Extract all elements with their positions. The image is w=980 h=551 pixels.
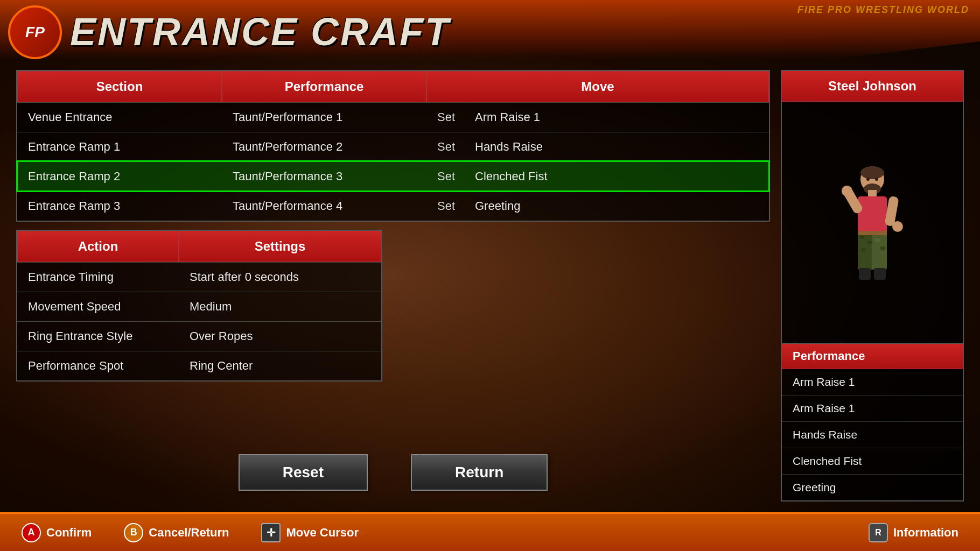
- bottom-bar: A Confirm B Cancel/Return ✛ Move Cursor …: [0, 512, 980, 551]
- character-panel: Steel Johnson: [781, 70, 964, 344]
- move-name-label: Hands Raise: [475, 140, 543, 154]
- entrance-table-header: Section Performance Move: [17, 71, 769, 102]
- r-button-icon: R: [869, 523, 888, 542]
- action-cell: Movement Speed: [17, 292, 179, 321]
- move-list-item[interactable]: Greeting: [782, 475, 963, 500]
- move-cell: Set Greeting: [426, 192, 769, 221]
- svg-point-2: [866, 178, 870, 181]
- wrestler-sprite: [837, 163, 907, 281]
- action-cell: Performance Spot: [17, 351, 179, 380]
- settings-row[interactable]: Movement Speed Medium: [17, 292, 381, 321]
- move-name-label: Clenched Fist: [475, 169, 548, 183]
- section-cell: Venue Entrance: [17, 103, 222, 132]
- section-cell: Entrance Ramp 1: [17, 132, 222, 161]
- table-row[interactable]: Entrance Ramp 1 Taunt/Performance 2 Set …: [17, 132, 769, 161]
- settings-row[interactable]: Entrance Timing Start after 0 seconds: [17, 262, 381, 292]
- move-cursor-label: Move Cursor: [286, 526, 358, 540]
- move-list-header: Performance: [782, 344, 963, 369]
- table-row[interactable]: Entrance Ramp 3 Taunt/Performance 4 Set …: [17, 191, 769, 221]
- move-cell: Set Clenched Fist: [426, 162, 769, 191]
- settings-table-header: Action Settings: [17, 231, 381, 262]
- a-button-icon: A: [22, 523, 41, 542]
- svg-rect-5: [868, 190, 877, 196]
- logo: FP: [8, 5, 62, 59]
- character-sprite-area: [782, 102, 963, 343]
- confirm-control: A Confirm: [22, 523, 92, 542]
- setting-cell: Start after 0 seconds: [179, 263, 381, 292]
- move-list-item[interactable]: Arm Raise 1: [782, 369, 963, 395]
- character-name: Steel Johnson: [782, 71, 963, 102]
- move-set-label: Set: [437, 199, 464, 213]
- setting-cell: Ring Center: [179, 351, 381, 380]
- move-cursor-control: ✛ Move Cursor: [261, 523, 358, 542]
- svg-rect-19: [859, 268, 871, 280]
- action-cell: Entrance Timing: [17, 263, 179, 292]
- settings-row[interactable]: Ring Entrance Style Over Ropes: [17, 321, 381, 351]
- settings-table: Action Settings Entrance Timing Start af…: [16, 230, 382, 382]
- col-move: Move: [426, 71, 769, 102]
- move-cell: Set Arm Raise 1: [426, 103, 769, 132]
- setting-cell: Medium: [179, 292, 381, 321]
- action-cell: Ring Entrance Style: [17, 322, 179, 351]
- svg-point-1: [860, 166, 884, 179]
- move-list-item[interactable]: Clenched Fist: [782, 448, 963, 475]
- section-cell: Entrance Ramp 2: [17, 162, 222, 191]
- header: FP ENTRANCE CRAFT FIRE PRO WRESTLING WOR…: [0, 0, 980, 59]
- settings-col-settings: Settings: [179, 231, 381, 262]
- svg-rect-16: [875, 238, 880, 242]
- move-set-label: Set: [437, 110, 464, 124]
- performance-cell: Taunt/Performance 1: [222, 103, 426, 132]
- settings-col-action: Action: [17, 231, 179, 262]
- return-button[interactable]: Return: [411, 454, 548, 491]
- move-list-item[interactable]: Hands Raise: [782, 422, 963, 448]
- svg-rect-13: [860, 236, 864, 239]
- move-list-panel: Performance Arm Raise 1 Arm Raise 1 Hand…: [781, 344, 964, 501]
- move-name-label: Arm Raise 1: [475, 110, 540, 124]
- col-section: Section: [17, 71, 222, 102]
- svg-rect-20: [874, 268, 886, 280]
- svg-point-3: [875, 178, 878, 181]
- entrance-table: Section Performance Move Venue Entrance …: [16, 70, 770, 222]
- dpad-icon: ✛: [261, 523, 281, 542]
- page-title: ENTRANCE CRAFT: [70, 10, 450, 54]
- setting-cell: Over Ropes: [179, 322, 381, 351]
- table-row[interactable]: Venue Entrance Taunt/Performance 1 Set A…: [17, 102, 769, 132]
- svg-rect-17: [880, 246, 885, 250]
- move-list-item[interactable]: Arm Raise 1: [782, 395, 963, 422]
- cancel-control: B Cancel/Return: [124, 523, 229, 542]
- game-brand: FIRE PRO WRESTLING WORLD: [797, 4, 969, 16]
- performance-cell: Taunt/Performance 4: [222, 192, 426, 221]
- settings-row[interactable]: Performance Spot Ring Center: [17, 351, 381, 380]
- info-label: Information: [893, 526, 958, 540]
- move-set-label: Set: [437, 140, 464, 154]
- svg-rect-18: [858, 231, 887, 235]
- b-button-icon: B: [124, 523, 143, 542]
- move-name-label: Greeting: [475, 199, 520, 213]
- confirm-label: Confirm: [46, 526, 92, 540]
- move-cell: Set Hands Raise: [426, 132, 769, 161]
- performance-cell: Taunt/Performance 2: [222, 132, 426, 161]
- table-row-selected[interactable]: Entrance Ramp 2 Taunt/Performance 3 Set …: [17, 161, 769, 191]
- performance-cell: Taunt/Performance 3: [222, 162, 426, 191]
- svg-rect-15: [862, 248, 865, 252]
- reset-button[interactable]: Reset: [239, 454, 368, 491]
- svg-rect-6: [858, 196, 887, 234]
- svg-point-10: [892, 221, 903, 232]
- section-cell: Entrance Ramp 3: [17, 192, 222, 221]
- info-control: R Information: [869, 523, 958, 542]
- cancel-label: Cancel/Return: [149, 526, 229, 540]
- main-content: Section Performance Move Venue Entrance …: [0, 59, 980, 512]
- svg-rect-14: [867, 241, 872, 244]
- move-set-label: Set: [437, 169, 464, 183]
- right-panel: Steel Johnson: [781, 70, 964, 501]
- left-panel: Section Performance Move Venue Entrance …: [16, 70, 770, 501]
- action-buttons: Reset Return: [16, 438, 770, 501]
- col-performance: Performance: [222, 71, 426, 102]
